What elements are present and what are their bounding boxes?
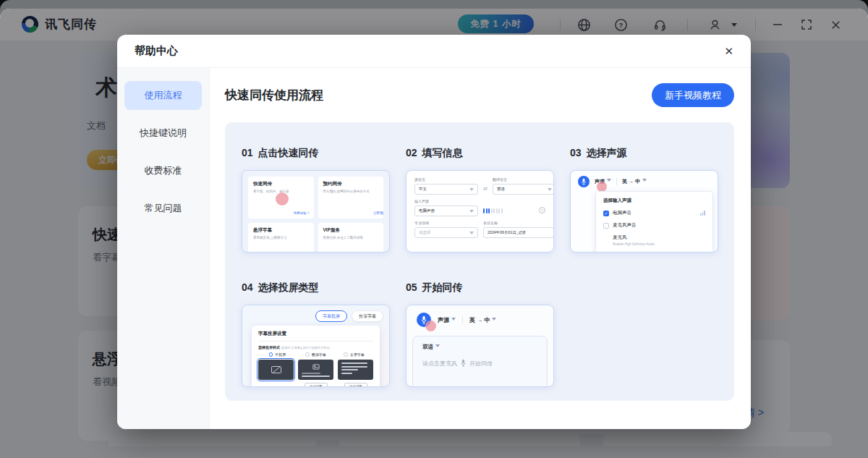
click-indicator-dot — [597, 182, 607, 192]
swap-languages-icon: ⇄ — [483, 186, 488, 195]
mini-card-reserve: 预约同传 提前预约,使用同传分享链接方式 立即预约 > — [318, 177, 384, 219]
sidebar-item-usage-flow[interactable]: 使用流程 — [124, 81, 202, 110]
radio-overlay-subtitle: 叠加字幕 — [312, 352, 326, 357]
bilingual-toggle: 双语 — [422, 344, 537, 351]
step-5-thumbnail: 声源 英 → 中 双语 请点击麦克风 开始同传 — [406, 305, 554, 387]
checkbox-unchecked-icon — [603, 223, 609, 229]
preview-fullscreen-subtitle — [338, 360, 373, 380]
mini-card-link: 免费体验 > — [294, 211, 310, 215]
audio-level-bars — [483, 208, 503, 216]
modal-header: 帮助中心 ✕ — [117, 35, 751, 68]
step-2: 02填写信息 源语言 中文 ⇄ 翻译语言 — [406, 145, 554, 253]
page-title: 快速同传使用流程 — [225, 87, 323, 103]
step-title: 开始同传 — [422, 281, 463, 293]
mini-card-title: 预约同传 — [323, 181, 379, 187]
subtitle-area: 双语 请点击麦克风 开始同传 — [412, 336, 548, 387]
microphone-icon — [578, 176, 590, 187]
start-hint: 请点击麦克风 开始同传 — [422, 359, 537, 368]
modal-body: 使用流程 快捷键说明 收费标准 常见问题 快速同传使用流程 新手视频教程 01点… — [117, 68, 751, 429]
step-number: 02 — [406, 147, 417, 158]
mini-card-link: 立即预约 > — [373, 211, 383, 215]
radio-selected-icon — [269, 352, 273, 357]
preview-no-cast — [258, 360, 294, 380]
modal-close-icon[interactable]: ✕ — [724, 46, 733, 56]
panel-title: 字幕投屏设置 — [258, 331, 373, 342]
sidebar-item-pricing[interactable]: 收费标准 — [124, 156, 202, 185]
step-5: 05开始同传 声源 英 → 中 — [406, 280, 554, 387]
step-number: 03 — [570, 147, 582, 158]
step-4: 04选择投屏类型 字幕投屏 分享字幕 字幕投屏设置 选择投屏样式 (投屏后,大屏… — [242, 280, 390, 387]
source-button: 声源 — [438, 316, 456, 324]
step-2-thumbnail: 源语言 中文 ⇄ 翻译语言 英语 — [406, 170, 554, 253]
step-1-thumbnail: 快速同传 看字幕、听同传、做记录 免费体验 > 预约同传 提前预约,使用同传分享… — [242, 170, 390, 253]
style-note: (投屏后,大屏幕会按以下画面样式显示) — [281, 346, 330, 349]
divider — [616, 178, 617, 185]
preview-overlay-subtitle — [298, 360, 333, 380]
radio-icon — [305, 352, 310, 357]
step-heading: 01点击快速同传 — [242, 145, 390, 160]
language-pair-button: 英 → 中 — [622, 178, 647, 185]
step-number: 04 — [242, 281, 253, 293]
help-main-content: 快速同传使用流程 新手视频教程 01点击快速同传 快速同传 看字幕、听同传、做记… — [210, 68, 751, 429]
form-label: 会议名称 — [483, 221, 554, 225]
mini-card-desc: 尊享特权,专业人工翻译保障 — [323, 236, 379, 241]
style-label: 选择投屏样式 — [258, 345, 280, 349]
help-sidebar: 使用流程 快捷键说明 收费标准 常见问题 — [117, 68, 210, 429]
mini-card-floating: 悬浮字幕 看视频直播,上网课学习 免费体验 > — [248, 223, 314, 253]
empty-grid-cell — [570, 280, 718, 387]
radio-no-cast: 不投屏 — [275, 352, 286, 357]
sidebar-item-shortcuts[interactable]: 快捷键说明 — [124, 119, 202, 148]
step-number: 05 — [406, 281, 417, 293]
audio-source-select: 电脑声音 — [414, 205, 478, 216]
cast-settings-panel: 字幕投屏设置 选择投屏样式 (投屏后,大屏幕会按以下画面样式显示) 不投屏 叠加… — [252, 326, 380, 387]
step-3: 03选择声源 声源 英 → 中 — [570, 145, 718, 253]
checkbox-checked-icon: ✓ — [603, 211, 609, 216]
style-settings-button: 样式设置 — [305, 383, 328, 387]
step-title: 选择投屏类型 — [258, 281, 319, 293]
step-heading: 05开始同传 — [406, 280, 554, 294]
mic-hint-icon — [460, 359, 467, 368]
signal-bars-icon — [700, 211, 705, 216]
step-title: 选择声源 — [587, 147, 627, 158]
audio-source-dropdown: 选择输入声源 ✓ 电脑声音 麦克风声音 — [595, 191, 713, 253]
mini-card-quick: 快速同传 看字幕、听同传、做记录 免费体验 > — [248, 177, 314, 219]
mic-device-info: 麦克风 Realtek High Definition Audio — [603, 234, 705, 246]
option-computer-audio: 电脑声音 — [613, 210, 631, 216]
form-label: 专业领域 — [414, 221, 478, 225]
mini-card-title: VIP服务 — [323, 227, 379, 234]
hint-text: 请点击麦克风 — [422, 360, 457, 368]
dropdown-title: 选择输入声源 — [603, 198, 705, 204]
content-header: 快速同传使用流程 新手视频教程 — [225, 83, 734, 107]
mic-device-name: Realtek High Definition Audio — [613, 242, 705, 246]
mini-card-title: 快速同传 — [253, 181, 309, 187]
help-center-modal: 帮助中心 ✕ 使用流程 快捷键说明 收费标准 常见问题 快速同传使用流程 新手视… — [117, 35, 751, 429]
sidebar-item-faq[interactable]: 常见问题 — [124, 194, 202, 223]
domain-select: 请选择 — [414, 227, 478, 238]
option-mic-audio: 麦克风声音 — [613, 222, 637, 229]
tutorial-video-button[interactable]: 新手视频教程 — [652, 83, 734, 107]
form-label: 源语言 — [414, 177, 478, 182]
step-number: 01 — [242, 147, 253, 158]
hint-text: 开始同传 — [469, 360, 493, 368]
step-title: 填写信息 — [422, 147, 463, 158]
radio-icon — [344, 352, 348, 357]
click-indicator-dot — [276, 192, 289, 205]
language-pair-button: 英 → 中 — [469, 316, 496, 324]
click-indicator-dot — [425, 321, 436, 331]
step-4-thumbnail: 字幕投屏 分享字幕 字幕投屏设置 选择投屏样式 (投屏后,大屏幕会按以下画面样式… — [242, 305, 390, 387]
info-icon: ? — [539, 207, 545, 213]
modal-title: 帮助中心 — [135, 44, 178, 58]
radio-fullscreen-subtitle: 全屏字幕 — [350, 352, 365, 357]
form-label: 输入声源 — [414, 199, 478, 203]
mini-card-desc: 提前预约,使用同传分享链接方式 — [323, 190, 379, 195]
step-3-thumbnail: 声源 英 → 中 选择输入声源 ✓ 电脑声音 — [570, 170, 718, 253]
tab-subtitle-cast: 字幕投屏 — [315, 310, 347, 322]
divider — [462, 316, 463, 323]
step-heading: 02填写信息 — [406, 145, 554, 160]
tab-share-subtitle: 分享字幕 — [352, 310, 383, 322]
steps-panel: 01点击快速同传 快速同传 看字幕、听同传、做记录 免费体验 > 预约同传 — [225, 122, 734, 401]
mini-card-title: 悬浮字幕 — [253, 227, 309, 234]
style-settings-button: 样式设置 — [344, 383, 367, 387]
mic-name: 麦克风 — [613, 234, 705, 241]
form-label: 翻译语言 — [493, 177, 554, 182]
